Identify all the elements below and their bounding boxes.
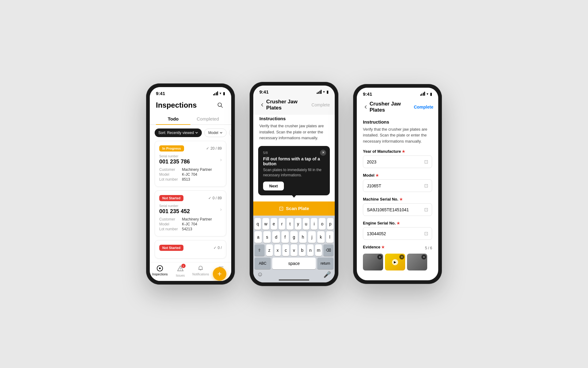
detail-header-3: Crusher Jaw Plates Complete xyxy=(357,98,438,117)
field-label-evidence: Evidence ★ xyxy=(363,245,385,249)
kb-key-z[interactable]: z xyxy=(266,244,273,256)
field-input-model[interactable]: J1065T ⊡ xyxy=(363,179,432,192)
detail-title-3: Crusher Jaw Plates xyxy=(370,101,414,113)
kb-key-y[interactable]: y xyxy=(295,218,301,230)
search-button[interactable] xyxy=(215,100,225,110)
back-button-2[interactable] xyxy=(258,101,266,109)
card-header-2: Not Started ✓ 0 / 89 xyxy=(159,195,222,201)
kb-key-l[interactable]: l xyxy=(326,231,334,243)
kb-key-q[interactable]: q xyxy=(254,218,261,230)
field-input-machine-serial[interactable]: SA9J1065TE1451041 ⊡ xyxy=(363,203,432,216)
detail-model-2: Model K-JC 704 xyxy=(159,222,222,226)
kb-return-key[interactable]: return xyxy=(317,258,334,269)
emoji-key[interactable]: ☺ xyxy=(254,271,266,278)
complete-button-2[interactable]: Complete xyxy=(311,102,330,107)
tooltip-step: 5/8 xyxy=(263,151,325,155)
kb-key-t[interactable]: t xyxy=(287,218,293,230)
kb-row-2: a s d f g h j k l xyxy=(254,231,334,243)
keyboard: q w e r t y u i o p a s d f g h xyxy=(253,216,335,282)
complete-button-3[interactable]: Complete xyxy=(414,105,433,109)
kb-key-e[interactable]: e xyxy=(271,218,277,230)
status-bar-2: 9:41 ▾ ▮ xyxy=(253,86,335,96)
field-model: Model ★ J1065T ⊡ xyxy=(363,173,432,192)
check-icon-2: ✓ xyxy=(208,196,211,200)
check-icon-3: ✓ xyxy=(213,246,217,250)
status-badge-1: In Progress xyxy=(159,145,184,151)
back-icon-2 xyxy=(259,102,265,108)
nav-label-notifications: Notifications xyxy=(192,273,209,276)
form-area: Instructions Verify that the crusher jaw… xyxy=(357,117,438,281)
thumb-close-1[interactable]: ✕ xyxy=(377,255,382,259)
evidence-thumb-1[interactable]: ✕ xyxy=(363,254,383,270)
kb-key-j[interactable]: j xyxy=(308,231,315,243)
thumb-close-3[interactable]: ✕ xyxy=(421,255,426,259)
kb-key-b[interactable]: b xyxy=(299,244,306,256)
kb-key-w[interactable]: w xyxy=(262,218,269,230)
evidence-thumb-3[interactable]: ✕ xyxy=(407,254,427,270)
model-filter[interactable]: Model xyxy=(204,128,227,137)
kb-space-key[interactable]: space xyxy=(272,258,316,269)
chevron-down-icon-model xyxy=(220,131,223,134)
chevron-right-icon-2: › xyxy=(220,207,222,212)
kb-key-v[interactable]: v xyxy=(291,244,297,256)
kb-key-d[interactable]: d xyxy=(272,231,280,243)
scan-plate-button[interactable]: ⊡ Scan Plate xyxy=(253,201,335,216)
kb-key-r[interactable]: r xyxy=(279,218,285,230)
kb-key-m[interactable]: m xyxy=(315,244,322,256)
page-title-1: Inspections xyxy=(156,101,197,109)
tooltip-close-button[interactable]: ✕ xyxy=(320,150,326,156)
sort-filter[interactable]: Sort: Recently viewed xyxy=(155,128,202,137)
scan-field-icon-model: ⊡ xyxy=(424,183,428,189)
tab-completed[interactable]: Completed xyxy=(190,114,225,125)
inspection-card-3[interactable]: Not Started ✓ 0 / xyxy=(155,240,226,259)
kb-key-u[interactable]: u xyxy=(303,218,309,230)
customer-filter[interactable]: Customer xyxy=(229,128,231,137)
evidence-row: Evidence ★ 5 / 6 xyxy=(363,245,432,251)
thumb-close-2[interactable]: ✕ xyxy=(399,255,404,259)
kb-key-x[interactable]: x xyxy=(274,244,281,256)
tooltip-overlay: ✕ 5/8 Fill out forms with a tap of a but… xyxy=(258,146,330,198)
evidence-thumb-2[interactable]: ✕ ▶ xyxy=(385,254,405,270)
field-value-engine-serial: 13044052 xyxy=(367,231,386,236)
back-button-3[interactable] xyxy=(362,103,370,111)
kb-key-p[interactable]: p xyxy=(327,218,334,230)
serial-label-1: Serial number xyxy=(159,155,190,158)
battery-icon-3: ▮ xyxy=(430,92,432,96)
kb-delete-key[interactable]: ⌫ xyxy=(323,244,334,256)
kb-key-n[interactable]: n xyxy=(307,244,314,256)
inspection-card-1[interactable]: In Progress ✓ 20 / 89 Serial number 001 … xyxy=(155,141,226,187)
kb-shift-key[interactable]: ⇧ xyxy=(254,244,265,256)
tab-todo[interactable]: Todo xyxy=(156,114,190,125)
kb-key-f[interactable]: f xyxy=(281,231,289,243)
scene: 9:41 ▾ ▮ Inspections xyxy=(134,63,454,304)
tooltip-next-button[interactable]: Next xyxy=(263,182,284,190)
kb-key-h[interactable]: h xyxy=(299,231,307,243)
kb-key-g[interactable]: g xyxy=(290,231,298,243)
kb-key-c[interactable]: c xyxy=(282,244,289,256)
kb-abc-key[interactable]: ABC xyxy=(254,258,271,269)
mic-key[interactable]: 🎤 xyxy=(321,271,334,278)
tooltip-arrow xyxy=(292,195,296,198)
serial-row-1: Serial number 001 235 786 › xyxy=(159,155,222,165)
phone-3: 9:41 ▾ ▮ xyxy=(353,84,442,284)
field-input-year[interactable]: 2023 ⊡ xyxy=(363,155,432,168)
add-inspection-button[interactable]: + xyxy=(213,267,226,281)
sort-filter-label: Sort: Recently viewed xyxy=(158,131,194,135)
kb-key-o[interactable]: o xyxy=(319,218,325,230)
kb-key-s[interactable]: s xyxy=(263,231,271,243)
kb-key-i[interactable]: i xyxy=(311,218,317,230)
nav-item-inspections[interactable]: Inspections xyxy=(150,265,170,277)
phone-1: 9:41 ▾ ▮ Inspections xyxy=(146,83,235,285)
field-label-engine-serial: Engine Serial No. ★ xyxy=(363,221,432,225)
inspections-header: Inspections xyxy=(150,98,231,114)
nav-item-notifications[interactable]: Notifications xyxy=(190,265,211,277)
kb-key-a[interactable]: a xyxy=(254,231,262,243)
status-time-2: 9:41 xyxy=(259,89,269,94)
required-star-model: ★ xyxy=(375,173,379,178)
inspection-card-2[interactable]: Not Started ✓ 0 / 89 Serial number 001 2… xyxy=(155,190,226,236)
nav-item-issues[interactable]: 1 Issues xyxy=(170,265,191,277)
field-input-engine-serial[interactable]: 13044052 ⊡ xyxy=(363,227,432,240)
kb-key-k[interactable]: k xyxy=(317,231,325,243)
svg-line-1 xyxy=(221,106,223,108)
scan-field-icon-machine-serial: ⊡ xyxy=(424,207,428,213)
